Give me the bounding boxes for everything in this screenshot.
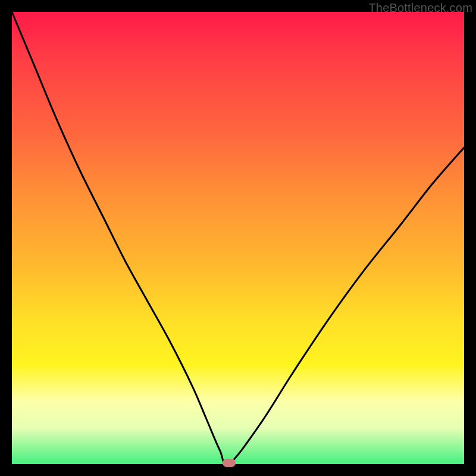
chart-frame: TheBottleneck.com [0,0,476,476]
bottleneck-curve [12,12,464,465]
curve-layer [12,12,464,464]
optimum-marker [223,459,236,467]
plot-area [12,12,464,464]
